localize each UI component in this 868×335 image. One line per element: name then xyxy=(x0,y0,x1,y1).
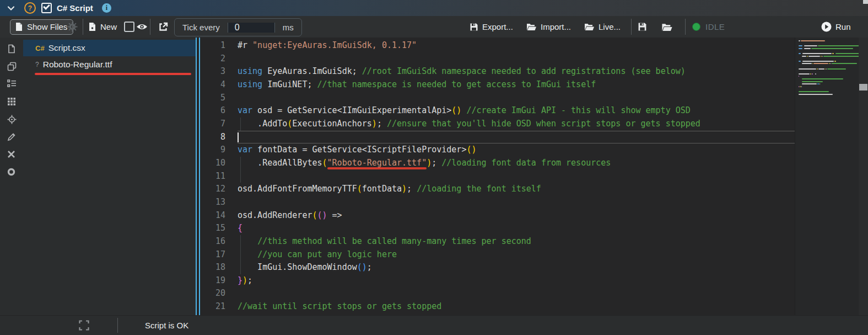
code-line[interactable]: 8 xyxy=(200,131,795,144)
code-line[interactable]: 19}); xyxy=(200,274,795,288)
tick-every-unit: ms xyxy=(275,23,301,32)
code-text: var osd = GetService<IImGuiExperimentalA… xyxy=(238,104,795,118)
sidebar-icon-strip xyxy=(0,38,23,316)
minimap-line xyxy=(799,68,847,70)
code-line[interactable]: 16 //this method will be called many-man… xyxy=(200,235,795,248)
live-button[interactable]: Live... xyxy=(584,16,621,38)
text-cursor xyxy=(238,132,239,142)
code-line[interactable]: 14osd.AddRenderer(() => xyxy=(200,209,795,222)
minimap-line xyxy=(799,86,802,87)
line-number: 8 xyxy=(200,131,225,144)
line-number: 18 xyxy=(200,261,225,274)
splitter-handle[interactable] xyxy=(196,38,200,316)
code-text xyxy=(238,170,795,183)
file-icon[interactable] xyxy=(7,44,17,54)
code-text: }); xyxy=(238,274,795,288)
status-message: Script is OK xyxy=(145,321,188,330)
toolbar-divider xyxy=(83,19,83,35)
checklist-icon[interactable] xyxy=(7,79,17,89)
grid-icon[interactable] xyxy=(7,97,17,107)
minimap-line xyxy=(799,40,826,41)
tick-every-input[interactable]: 0 xyxy=(228,23,275,33)
import-button[interactable]: Import... xyxy=(526,16,571,38)
line-number: 21 xyxy=(200,300,225,313)
line-number: 10 xyxy=(200,157,225,170)
code-lines: 1#r "nuget:EyeAuras.ImGuiSdk, 0.1.17"23u… xyxy=(200,39,795,313)
tick-every-group: Tick every 0 ms xyxy=(174,18,302,36)
code-line[interactable]: 3using EyeAuras.ImGuiSdk; //root ImGuiSd… xyxy=(200,65,795,78)
code-text: using EyeAuras.ImGuiSdk; //root ImGuiSdk… xyxy=(238,65,795,78)
gear-icon[interactable] xyxy=(67,16,78,38)
code-line[interactable]: 7 .AddTo(ExecutionAnchors); //ensure tha… xyxy=(200,118,795,131)
line-number: 17 xyxy=(200,248,225,262)
crosshair-icon[interactable] xyxy=(7,115,17,124)
external-link-icon[interactable] xyxy=(158,16,168,38)
copy-icon[interactable] xyxy=(7,62,17,71)
line-number: 6 xyxy=(200,104,225,118)
line-number: 1 xyxy=(200,39,225,52)
minimap-line xyxy=(799,81,823,82)
code-line[interactable]: 21//wait until script stops or gets stop… xyxy=(200,300,795,313)
status-divider xyxy=(117,318,118,333)
eye-icon[interactable] xyxy=(136,16,148,38)
main-area: C# Script.csx ? Roboto-Regular.ttf 1#r "… xyxy=(0,38,868,316)
help-icon[interactable]: ? xyxy=(24,2,36,14)
line-number: 12 xyxy=(200,183,225,196)
line-number: 11 xyxy=(200,170,225,183)
export-label: Export... xyxy=(482,22,513,31)
code-line[interactable]: 1#r "nuget:EyeAuras.ImGuiSdk, 0.1.17" xyxy=(200,39,795,52)
move-icon[interactable] xyxy=(7,150,17,159)
code-line[interactable]: 10 .ReadAllBytes("Roboto-Regular.ttf"); … xyxy=(200,157,795,170)
code-text: .ReadAllBytes("Roboto-Regular.ttf"); //l… xyxy=(238,157,795,170)
export-button[interactable]: Export... xyxy=(470,16,513,38)
minimap-line xyxy=(799,45,859,46)
file-item-font[interactable]: ? Roboto-Regular.ttf xyxy=(23,56,196,73)
code-line[interactable]: 17 //you can put any logic here xyxy=(200,248,795,262)
run-button[interactable]: Run xyxy=(821,16,851,38)
record-icon[interactable] xyxy=(7,168,17,177)
expand-icon[interactable] xyxy=(79,320,89,331)
page-title: C# Script xyxy=(57,3,93,13)
code-line[interactable]: 13 xyxy=(200,196,795,209)
code-line[interactable]: 9var fontData = GetService<IScriptFilePr… xyxy=(200,143,795,157)
csharp-badge: C# xyxy=(35,44,45,52)
minimap-line xyxy=(799,94,833,95)
checkbox-checked-icon[interactable] xyxy=(41,3,52,13)
status-badge: IDLE xyxy=(705,22,725,31)
open-folder-button[interactable] xyxy=(661,16,673,38)
code-editor[interactable]: 1#r "nuget:EyeAuras.ImGuiSdk, 0.1.17"23u… xyxy=(200,38,795,316)
code-text: #r "nuget:EyeAuras.ImGuiSdk, 0.1.17" xyxy=(238,39,795,52)
toolbar-divider xyxy=(685,19,686,35)
open-folder-icon xyxy=(584,23,595,31)
code-line[interactable]: 18 ImGui.ShowDemoWindow(); xyxy=(200,261,795,274)
chevron-down-icon[interactable] xyxy=(7,6,15,11)
scrollbar-thumb[interactable] xyxy=(859,84,867,91)
code-line[interactable]: 11 xyxy=(200,170,795,183)
toolbar-divider xyxy=(150,19,150,35)
info-icon[interactable]: i xyxy=(102,3,111,13)
new-file-button[interactable]: New xyxy=(88,16,117,38)
pen-icon[interactable] xyxy=(7,132,17,142)
show-files-button[interactable]: Show Files xyxy=(10,16,73,38)
line-number: 13 xyxy=(200,196,225,209)
save-button[interactable] xyxy=(638,16,647,38)
code-line[interactable]: 5 xyxy=(200,92,795,105)
code-line[interactable]: 12osd.AddFontFromMemoryTTF(fontData); //… xyxy=(200,183,795,196)
code-line[interactable]: 20 xyxy=(200,287,795,300)
code-line[interactable]: 15{ xyxy=(200,222,795,235)
code-text: osd.AddFontFromMemoryTTF(fontData); //lo… xyxy=(238,183,795,196)
run-label: Run xyxy=(835,22,851,31)
minimap-line xyxy=(799,48,854,49)
code-text: var fontData = GetService<IScriptFilePro… xyxy=(238,143,795,157)
toolbar-checkbox[interactable] xyxy=(124,16,134,38)
tick-every-label: Tick every xyxy=(175,23,228,32)
code-line[interactable]: 2 xyxy=(200,52,795,66)
code-text: .AddTo(ExecutionAnchors); //ensure that … xyxy=(238,118,795,131)
status-indicator: IDLE xyxy=(692,16,725,38)
minimap[interactable] xyxy=(795,38,859,316)
code-line[interactable]: 4using ImGuiNET; //that namespace is nee… xyxy=(200,78,795,92)
save-icon xyxy=(470,23,478,31)
minimap-line xyxy=(799,61,837,62)
file-item-script[interactable]: C# Script.csx xyxy=(23,40,196,56)
code-line[interactable]: 6var osd = GetService<IImGuiExperimental… xyxy=(200,104,795,118)
